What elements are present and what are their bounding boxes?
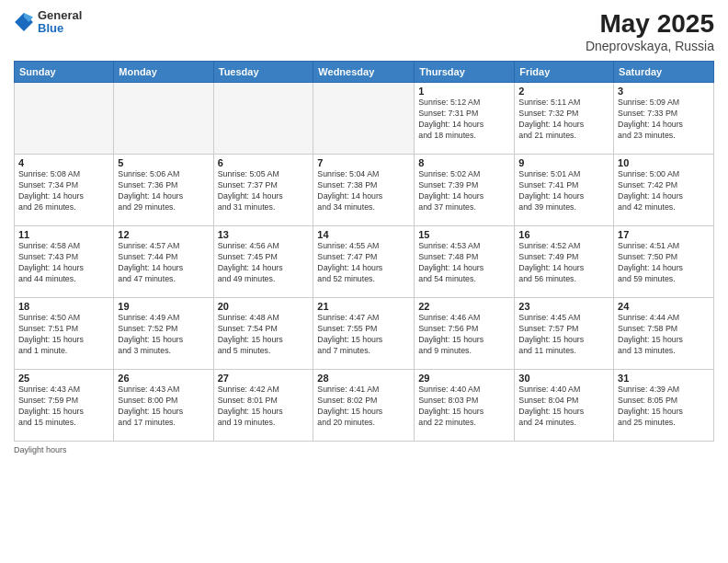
day-info: Sunrise: 4:50 AM Sunset: 7:51 PM Dayligh…: [18, 313, 109, 357]
day-number: 29: [418, 373, 510, 384]
day-info: Sunrise: 4:46 AM Sunset: 7:56 PM Dayligh…: [418, 313, 510, 357]
calendar-cell: [213, 83, 313, 155]
calendar-cell: 2Sunrise: 5:11 AM Sunset: 7:32 PM Daylig…: [515, 83, 614, 155]
day-number: 23: [518, 301, 609, 312]
day-number: 10: [618, 157, 710, 168]
day-info: Sunrise: 5:08 AM Sunset: 7:34 PM Dayligh…: [18, 169, 109, 213]
day-number: 26: [118, 373, 209, 384]
page-container: General Blue May 2025 Dneprovskaya, Russ…: [0, 0, 728, 563]
logo-icon: [14, 12, 34, 32]
calendar-cell: 24Sunrise: 4:44 AM Sunset: 7:58 PM Dayli…: [614, 298, 714, 370]
calendar-cell: 20Sunrise: 4:48 AM Sunset: 7:54 PM Dayli…: [213, 298, 313, 370]
day-number: 1: [418, 86, 510, 97]
day-info: Sunrise: 5:05 AM Sunset: 7:37 PM Dayligh…: [218, 169, 310, 213]
day-info: Sunrise: 5:01 AM Sunset: 7:41 PM Dayligh…: [518, 169, 609, 213]
calendar-header-sunday: Sunday: [15, 62, 114, 83]
day-info: Sunrise: 5:12 AM Sunset: 7:31 PM Dayligh…: [418, 98, 510, 142]
day-info: Sunrise: 4:42 AM Sunset: 8:01 PM Dayligh…: [218, 385, 310, 429]
calendar-cell: 12Sunrise: 4:57 AM Sunset: 7:44 PM Dayli…: [114, 226, 213, 298]
day-info: Sunrise: 4:58 AM Sunset: 7:43 PM Dayligh…: [18, 241, 109, 285]
day-info: Sunrise: 4:52 AM Sunset: 7:49 PM Dayligh…: [518, 241, 609, 285]
calendar-cell: 31Sunrise: 4:39 AM Sunset: 8:05 PM Dayli…: [614, 370, 714, 442]
day-info: Sunrise: 4:40 AM Sunset: 8:04 PM Dayligh…: [518, 385, 609, 429]
calendar-cell: 25Sunrise: 4:43 AM Sunset: 7:59 PM Dayli…: [15, 370, 114, 442]
calendar-cell: 11Sunrise: 4:58 AM Sunset: 7:43 PM Dayli…: [15, 226, 114, 298]
calendar-week-5: 25Sunrise: 4:43 AM Sunset: 7:59 PM Dayli…: [15, 370, 714, 442]
calendar-cell: 10Sunrise: 5:00 AM Sunset: 7:42 PM Dayli…: [614, 155, 714, 226]
day-info: Sunrise: 5:04 AM Sunset: 7:38 PM Dayligh…: [317, 169, 410, 213]
day-number: 31: [618, 373, 710, 384]
calendar-cell: [313, 83, 415, 155]
day-number: 3: [618, 86, 710, 97]
logo-blue-text: Blue: [38, 22, 82, 35]
day-info: Sunrise: 5:11 AM Sunset: 7:32 PM Dayligh…: [518, 98, 609, 142]
calendar-cell: 1Sunrise: 5:12 AM Sunset: 7:31 PM Daylig…: [415, 83, 515, 155]
calendar-cell: 7Sunrise: 5:04 AM Sunset: 7:38 PM Daylig…: [313, 155, 415, 226]
day-info: Sunrise: 4:43 AM Sunset: 8:00 PM Dayligh…: [118, 385, 209, 429]
day-number: 22: [418, 301, 510, 312]
day-number: 4: [18, 157, 109, 168]
logo-text: General Blue: [38, 9, 82, 36]
day-number: 17: [618, 229, 710, 240]
calendar-cell: 23Sunrise: 4:45 AM Sunset: 7:57 PM Dayli…: [515, 298, 614, 370]
day-info: Sunrise: 4:39 AM Sunset: 8:05 PM Dayligh…: [618, 385, 710, 429]
day-number: 30: [518, 373, 609, 384]
calendar-cell: 15Sunrise: 4:53 AM Sunset: 7:48 PM Dayli…: [415, 226, 515, 298]
calendar-cell: 30Sunrise: 4:40 AM Sunset: 8:04 PM Dayli…: [515, 370, 614, 442]
calendar-header-tuesday: Tuesday: [213, 62, 313, 83]
day-number: 24: [618, 301, 710, 312]
calendar-cell: 26Sunrise: 4:43 AM Sunset: 8:00 PM Dayli…: [114, 370, 213, 442]
day-number: 21: [317, 301, 410, 312]
calendar-week-2: 4Sunrise: 5:08 AM Sunset: 7:34 PM Daylig…: [15, 155, 714, 226]
calendar-cell: [114, 83, 213, 155]
calendar-cell: 22Sunrise: 4:46 AM Sunset: 7:56 PM Dayli…: [415, 298, 515, 370]
footer-note: Daylight hours: [14, 445, 714, 454]
day-number: 14: [317, 229, 410, 240]
day-number: 2: [518, 86, 609, 97]
calendar-header-saturday: Saturday: [614, 62, 714, 83]
calendar-cell: 17Sunrise: 4:51 AM Sunset: 7:50 PM Dayli…: [614, 226, 714, 298]
calendar-cell: 18Sunrise: 4:50 AM Sunset: 7:51 PM Dayli…: [15, 298, 114, 370]
day-info: Sunrise: 4:56 AM Sunset: 7:45 PM Dayligh…: [218, 241, 310, 285]
day-number: 28: [317, 373, 410, 384]
day-info: Sunrise: 4:53 AM Sunset: 7:48 PM Dayligh…: [418, 241, 510, 285]
day-info: Sunrise: 4:45 AM Sunset: 7:57 PM Dayligh…: [518, 313, 609, 357]
calendar-cell: 19Sunrise: 4:49 AM Sunset: 7:52 PM Dayli…: [114, 298, 213, 370]
day-info: Sunrise: 5:00 AM Sunset: 7:42 PM Dayligh…: [618, 169, 710, 213]
calendar-week-4: 18Sunrise: 4:50 AM Sunset: 7:51 PM Dayli…: [15, 298, 714, 370]
day-info: Sunrise: 4:57 AM Sunset: 7:44 PM Dayligh…: [118, 241, 209, 285]
calendar-cell: 3Sunrise: 5:09 AM Sunset: 7:33 PM Daylig…: [614, 83, 714, 155]
calendar-cell: 6Sunrise: 5:05 AM Sunset: 7:37 PM Daylig…: [213, 155, 313, 226]
day-number: 19: [118, 301, 209, 312]
day-info: Sunrise: 4:44 AM Sunset: 7:58 PM Dayligh…: [618, 313, 710, 357]
calendar-header-wednesday: Wednesday: [313, 62, 415, 83]
calendar-cell: 9Sunrise: 5:01 AM Sunset: 7:41 PM Daylig…: [515, 155, 614, 226]
title-block: May 2025 Dneprovskaya, Russia: [586, 9, 714, 53]
day-info: Sunrise: 5:06 AM Sunset: 7:36 PM Dayligh…: [118, 169, 209, 213]
day-info: Sunrise: 4:48 AM Sunset: 7:54 PM Dayligh…: [218, 313, 310, 357]
calendar-cell: 29Sunrise: 4:40 AM Sunset: 8:03 PM Dayli…: [415, 370, 515, 442]
logo: General Blue: [14, 9, 82, 36]
calendar-cell: 16Sunrise: 4:52 AM Sunset: 7:49 PM Dayli…: [515, 226, 614, 298]
day-number: 16: [518, 229, 609, 240]
day-number: 7: [317, 157, 410, 168]
month-year: May 2025: [586, 9, 714, 39]
day-number: 8: [418, 157, 510, 168]
day-number: 9: [518, 157, 609, 168]
day-number: 13: [218, 229, 310, 240]
day-number: 27: [218, 373, 310, 384]
day-info: Sunrise: 4:47 AM Sunset: 7:55 PM Dayligh…: [317, 313, 410, 357]
calendar-header-monday: Monday: [114, 62, 213, 83]
calendar-cell: 14Sunrise: 4:55 AM Sunset: 7:47 PM Dayli…: [313, 226, 415, 298]
calendar-cell: 8Sunrise: 5:02 AM Sunset: 7:39 PM Daylig…: [415, 155, 515, 226]
calendar-cell: [15, 83, 114, 155]
day-number: 15: [418, 229, 510, 240]
day-info: Sunrise: 4:51 AM Sunset: 7:50 PM Dayligh…: [618, 241, 710, 285]
day-number: 12: [118, 229, 209, 240]
calendar-cell: 13Sunrise: 4:56 AM Sunset: 7:45 PM Dayli…: [213, 226, 313, 298]
calendar-header-thursday: Thursday: [415, 62, 515, 83]
calendar-cell: 4Sunrise: 5:08 AM Sunset: 7:34 PM Daylig…: [15, 155, 114, 226]
calendar-week-3: 11Sunrise: 4:58 AM Sunset: 7:43 PM Dayli…: [15, 226, 714, 298]
calendar-table: SundayMondayTuesdayWednesdayThursdayFrid…: [14, 61, 714, 442]
calendar-cell: 21Sunrise: 4:47 AM Sunset: 7:55 PM Dayli…: [313, 298, 415, 370]
